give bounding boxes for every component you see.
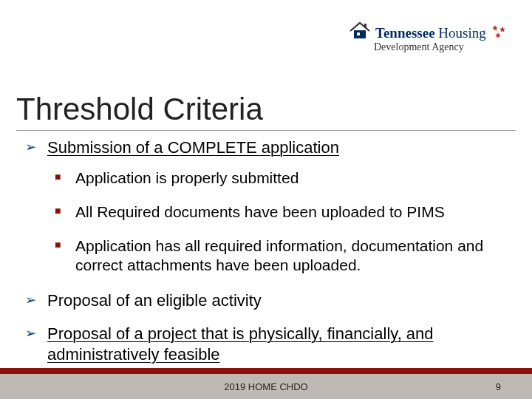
bullet-2-text: Proposal of an eligible activity [47,291,262,310]
logo-title: Tennessee Housing [375,26,486,40]
sub-bullet: Application has all required information… [55,236,513,276]
title-underline [16,130,516,131]
bullet-3: Proposal of a project that is physically… [25,324,513,364]
slide: Tennessee Housing Development Agency Thr… [0,0,532,399]
sub-bullet: All Required documents have been uploade… [55,202,513,222]
bullet-1: Submission of a COMPLETE application [25,137,513,158]
sub-bullet-text: Application has all required information… [75,237,483,273]
sub-bullet-text: All Required documents have been uploade… [75,203,445,220]
footer-center-text: 2019 HOME CHDO [0,381,532,392]
svg-rect-0 [364,24,366,28]
bullet-1-text: Submission of a COMPLETE application [47,138,339,157]
svg-rect-2 [357,33,360,35]
stars-icon [491,24,507,40]
page-title: Threshold Criteria [16,92,263,127]
logo: Tennessee Housing Development Agency [349,21,511,53]
house-icon [349,21,371,40]
footer: 2019 HOME CHDO 9 [0,368,532,399]
bullet-3-text: Proposal of a project that is physically… [47,324,434,364]
bullet-2: Proposal of an eligible activity [25,290,513,311]
sub-bullet-text: Application is properly submitted [75,169,299,186]
footer-accent-bar [0,368,532,374]
bullet-1-sublist: Application is properly submitted All Re… [55,168,513,276]
content-body: Submission of a COMPLETE application App… [25,137,513,370]
logo-row: Tennessee Housing [349,21,511,40]
logo-subtitle: Development Agency [349,41,511,53]
sub-bullet: Application is properly submitted [55,168,513,188]
page-number: 9 [496,381,501,392]
